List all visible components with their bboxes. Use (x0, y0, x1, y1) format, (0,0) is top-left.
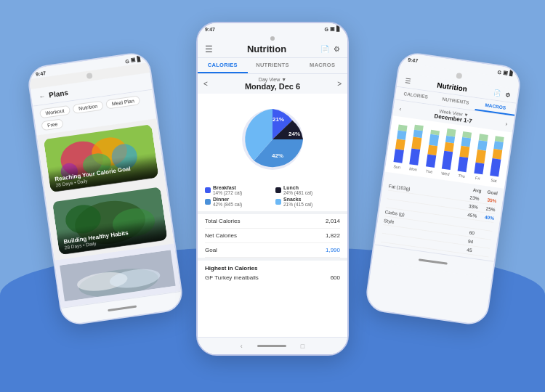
hamburger-icon[interactable]: ☰ (205, 44, 213, 54)
right-stat-row6-avg: 94 (461, 237, 474, 244)
gear-icon[interactable]: ⚙ (334, 45, 340, 53)
day-view-label-text[interactable]: Day View ▼ (245, 77, 300, 82)
right-stat-fat-goal: 35% (485, 197, 497, 203)
right-header-avg: Avg (472, 187, 482, 194)
right-home-bar (419, 258, 448, 265)
right-doc-icon[interactable]: 📄 (493, 89, 501, 97)
bar-stack-sun (393, 125, 407, 163)
stat-net: Net Calories 1,822 (205, 229, 340, 243)
stat-goal: Goal 1,990 (205, 243, 340, 258)
legend-dot-breakfast (205, 187, 211, 193)
legend-snacks: Snacks 21% (415 cal) (275, 197, 340, 207)
legend-dot-snacks (275, 199, 281, 205)
right-stat-carbs-label: Carbs (g) (384, 209, 405, 217)
right-stat-carbs-vals (464, 223, 493, 227)
chip-mealplan[interactable]: Meal Plan (105, 95, 140, 109)
legend-val-snacks: 21% (415 cal) (283, 202, 312, 207)
right-stat-fat-label: Fat (103g) (388, 184, 411, 192)
bar-seg-fri-2 (475, 150, 485, 163)
legend: Breakfast 14% (272 cal) Lunch 24% (481 c… (198, 185, 347, 211)
phone-right: 9:47 G ▣ ▊ ☰ Nutrition 📄 ⚙ CALORIES (364, 51, 522, 327)
center-nav-square[interactable]: □ (301, 343, 304, 350)
left-back-button[interactable]: ← (39, 92, 46, 100)
stat-net-label: Net Calories (205, 232, 237, 239)
chip-free[interactable]: Free (41, 118, 64, 131)
legend-label-snacks: Snacks 21% (415 cal) (283, 197, 312, 207)
tab-macros[interactable]: MACROS (297, 58, 347, 73)
bar-label-thu: Thu (458, 173, 465, 179)
left-home-bar (108, 306, 137, 312)
right-hamburger[interactable]: ☰ (405, 77, 411, 85)
right-title: Nutrition (437, 81, 468, 93)
bar-seg-sat-1 (490, 158, 501, 176)
chip-workout[interactable]: Workout (39, 105, 70, 119)
chip-nutrition[interactable]: Nutrition (72, 100, 103, 114)
pie-chart: 21% 24% 42% (233, 99, 312, 179)
center-status-bar: 9:47 G ▣ ▊ (198, 23, 347, 33)
right-nav-right[interactable]: › (505, 121, 508, 127)
bar-label-tue: Tue (426, 168, 433, 173)
label-breakfast: 21% (272, 116, 284, 123)
day-view-date: Monday, Dec 6 (245, 82, 300, 91)
label-lunch: 24% (288, 131, 300, 137)
bar-seg-tue-1 (426, 154, 436, 168)
bar-stack-sat (490, 136, 504, 176)
left-camera (86, 73, 93, 79)
left-screen: 9:47 G ▣ ▊ ← Plans Workout Nutrition Mea… (28, 52, 183, 325)
center-nav-icons: ‹ □ (241, 343, 304, 350)
left-header-title: Plans (49, 89, 69, 99)
right-stat-fat-avg: 23% (467, 195, 480, 201)
bar-stack-mon (409, 125, 424, 166)
right-stat-row7-goal (477, 248, 490, 255)
doc-icon[interactable]: 📄 (320, 45, 329, 53)
right-time: 9:47 (408, 57, 419, 63)
bar-label-sat: Sat (490, 178, 497, 183)
right-stat-row6-goal (479, 240, 491, 247)
pie-section: 21% 24% 42% (198, 94, 347, 185)
highest-section: Highest in Calories GF Turkey meatballs … (198, 261, 347, 285)
stat-goal-value: 1,990 (326, 247, 340, 253)
bar-label-sun: Sun (393, 164, 401, 169)
right-stat-row3-goal: 40% (483, 214, 495, 221)
center-status-icons: G ▣ ▊ (325, 26, 340, 32)
phones-container: 9:47 G ▣ ▊ ← Plans Workout Nutrition Mea… (0, 0, 545, 392)
bar-stack-tue (426, 130, 440, 168)
bar-seg-thu-1 (458, 157, 469, 172)
bar-seg-mon-1 (409, 148, 420, 165)
center-content: 21% 24% 42% Breakfast 14% (272 cal) (198, 94, 347, 337)
center-nav-back[interactable]: ‹ (241, 343, 243, 350)
center-home-bar (257, 345, 286, 347)
legend-label-lunch: Lunch 24% (481 cal) (283, 185, 312, 195)
highest-item: GF Turkey meatballs (205, 274, 259, 281)
tab-nutrients[interactable]: NUTRIENTS (248, 58, 298, 73)
day-nav-right[interactable]: > (337, 80, 342, 88)
right-nav-left[interactable]: ‹ (399, 105, 402, 112)
right-stat-style-label: Style (384, 218, 395, 224)
highest-row: GF Turkey meatballs 600 (205, 274, 340, 281)
right-stat-style-goal (480, 232, 492, 238)
legend-dot-dinner (205, 199, 211, 205)
day-nav-left[interactable]: < (203, 80, 208, 88)
legend-val-breakfast: 14% (272 cal) (213, 190, 242, 195)
center-tabs: CALORIES NUTRIENTS MACROS (198, 58, 347, 74)
food-card-1[interactable]: Reaching Your Calorie Goal 28 Days • Dai… (44, 123, 159, 192)
day-view-info: Day View ▼ Monday, Dec 6 (245, 77, 300, 91)
right-stat-row2-avg: 33% (467, 203, 479, 210)
highest-value: 600 (331, 274, 340, 281)
bar-stack-fri (474, 134, 488, 174)
stats-section: Total Calories 2,014 Net Calories 1,822 … (198, 214, 347, 258)
right-gear-icon[interactable]: ⚙ (504, 91, 510, 99)
bar-seg-sun-1 (393, 149, 403, 163)
stat-goal-label: Goal (205, 247, 217, 253)
food-card-2[interactable]: Building Healthy Habits 28 Days • Daily (52, 186, 168, 255)
legend-dinner: Dinner 42% (845 cal) (205, 197, 270, 207)
day-view-header: < Day View ▼ Monday, Dec 6 > (198, 74, 347, 94)
right-header-goal: Goal (487, 189, 498, 196)
right-stat-row2-goal: 25% (483, 205, 496, 212)
tab-calories[interactable]: CALORIES (198, 58, 248, 73)
center-screen: 9:47 G ▣ ▊ ☰ Nutrition 📄 ⚙ (198, 23, 347, 354)
bar-seg-mon-2 (411, 137, 421, 150)
center-app-title: Nutrition (247, 44, 286, 54)
bar-label-mon: Mon (409, 166, 417, 171)
right-camera (456, 73, 462, 79)
